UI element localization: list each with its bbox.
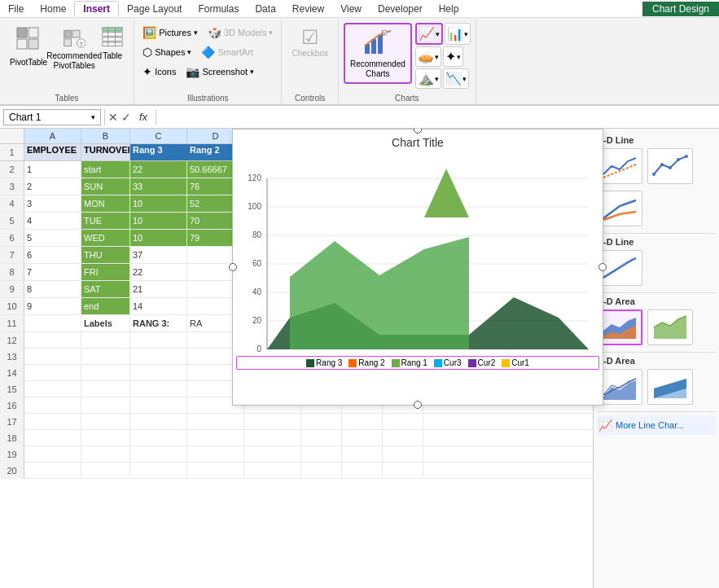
cell-11-A[interactable]	[24, 315, 81, 331]
menu-review[interactable]: Review	[284, 2, 332, 16]
line-chart-button[interactable]: 📈 ▾	[415, 23, 443, 45]
pie-chart-button[interactable]: 🥧 ▾	[415, 46, 441, 67]
cell-5-B[interactable]: TUE	[81, 213, 130, 229]
more-line-charts-link[interactable]: 📈 More Line Char...	[597, 415, 716, 435]
area-2d-btn2[interactable]	[647, 309, 693, 345]
screenshot-button[interactable]: 📷 Screenshot ▾	[182, 64, 257, 80]
models-3d-button[interactable]: 🎲 3D Models ▾	[204, 24, 277, 41]
name-box[interactable]: Chart 1 ▾	[3, 109, 101, 125]
cell-6-B[interactable]: WED	[81, 230, 130, 246]
svg-point-21	[660, 163, 664, 166]
resize-handle-right[interactable]	[598, 263, 607, 271]
formula-input[interactable]	[160, 112, 716, 123]
cell-1-A[interactable]: EMPLOYEE	[24, 144, 81, 160]
menu-chart-design[interactable]: Chart Design	[642, 2, 719, 16]
scatter-chart-dropdown[interactable]: ▾	[457, 53, 461, 61]
menu-developer[interactable]: Developer	[370, 2, 431, 16]
cell-11-B[interactable]: Labels	[81, 315, 130, 331]
cell-3-B[interactable]: SUN	[81, 178, 130, 195]
line-2d-btn2[interactable]	[647, 148, 693, 184]
models-3d-dropdown-icon: ▾	[269, 29, 273, 37]
cell-1-B[interactable]: TURNOVER	[81, 144, 130, 160]
cell-5-A[interactable]: 4	[24, 213, 81, 229]
cell-7-C[interactable]: 37	[130, 247, 187, 263]
menu-data[interactable]: Data	[247, 2, 283, 16]
cell-5-C[interactable]: 10	[130, 213, 187, 229]
svg-text:20: 20	[252, 316, 262, 325]
cell-2-B[interactable]: start	[81, 161, 130, 178]
cell-6-A[interactable]: 5	[24, 230, 81, 246]
cell-8-A[interactable]: 7	[24, 264, 81, 280]
cell-9-B[interactable]: SAT	[81, 281, 130, 297]
svg-point-22	[669, 166, 672, 169]
menu-formulas[interactable]: Formulas	[190, 2, 247, 16]
menu-page-layout[interactable]: Page Layout	[119, 2, 190, 16]
rec-charts-button[interactable]: ? RecommendedCharts	[344, 23, 412, 84]
cell-9-A[interactable]: 8	[24, 281, 81, 297]
area-3d-btn1[interactable]	[597, 369, 642, 405]
name-box-dropdown[interactable]: ▾	[91, 113, 95, 121]
pivot-table-button[interactable]: PivotTable	[5, 23, 52, 70]
col-header-B[interactable]: B	[81, 129, 130, 143]
checkbox-button[interactable]: ☑ Checkbox	[287, 23, 332, 61]
other-chart-dropdown[interactable]: ▾	[463, 75, 467, 83]
cell-3-A[interactable]: 2	[24, 178, 81, 195]
legend-color-rang2	[349, 359, 357, 367]
cell-9-C[interactable]: 21	[130, 281, 187, 297]
cell-1-C[interactable]: Rang 3	[130, 144, 187, 160]
pie-chart-dropdown[interactable]: ▾	[435, 53, 439, 61]
formula-cancel-icon[interactable]: ✕	[108, 111, 118, 124]
pictures-dropdown-icon[interactable]: ▾	[194, 29, 198, 37]
cell-6-C[interactable]: 10	[130, 230, 187, 246]
cell-8-B[interactable]: FRI	[81, 264, 130, 280]
cell-10-B[interactable]: end	[81, 298, 130, 314]
line-2d-btn3[interactable]	[597, 191, 642, 226]
resize-handle-bottom[interactable]	[414, 401, 422, 409]
area-chart-button[interactable]: ⛰️ ▾	[415, 68, 441, 89]
area-2d-btn1[interactable]	[597, 309, 642, 345]
cell-7-A[interactable]: 6	[24, 247, 81, 263]
cell-8-C[interactable]: 22	[130, 264, 187, 280]
col-header-C[interactable]: C	[130, 129, 187, 143]
cell-2-C[interactable]: 22	[130, 161, 187, 178]
legend-color-cur3	[434, 359, 442, 367]
controls-group-label: Controls	[295, 94, 325, 103]
formula-enter-icon[interactable]: ✓	[121, 111, 131, 124]
shapes-dropdown-icon[interactable]: ▾	[187, 48, 191, 56]
line-chart-dropdown[interactable]: ▾	[436, 30, 440, 38]
cell-4-B[interactable]: MON	[81, 195, 130, 212]
resize-handle-left[interactable]	[229, 263, 237, 271]
menu-insert[interactable]: Insert	[74, 1, 119, 17]
col-header-A[interactable]: A	[24, 129, 81, 143]
svg-point-24	[685, 155, 688, 158]
area-3d-btn2[interactable]	[647, 369, 693, 405]
cell-7-B[interactable]: THU	[81, 247, 130, 263]
chart-svg: 0 20 40 60 80 100 120 start SUN MON TUE	[239, 152, 597, 356]
svg-rect-12	[103, 42, 123, 46]
cell-2-A[interactable]: 1	[24, 161, 81, 178]
bar-chart-dropdown[interactable]: ▾	[464, 30, 468, 38]
icons-button[interactable]: ✦ Icons	[139, 64, 179, 80]
cell-10-C[interactable]: 14	[130, 298, 187, 314]
line-2d-btn1[interactable]	[597, 148, 642, 184]
shapes-button[interactable]: ⬡ Shapes ▾	[139, 44, 195, 60]
rec-pivot-button[interactable]: ? RecommendedPivotTables	[54, 23, 94, 74]
screenshot-dropdown-icon[interactable]: ▾	[250, 68, 254, 76]
smartart-button[interactable]: 🔷 SmartArt	[198, 44, 256, 60]
cell-3-C[interactable]: 33	[130, 178, 187, 195]
menu-home[interactable]: Home	[32, 2, 74, 16]
chart-legend: Rang 3 Rang 2 Rang 1 Cur3 Cur2 Cur1	[236, 356, 599, 370]
cell-10-A[interactable]: 9	[24, 298, 81, 314]
scatter-chart-button[interactable]: ✦ ▾	[443, 46, 463, 67]
table-button[interactable]: Table	[96, 23, 129, 64]
cell-4-A[interactable]: 3	[24, 195, 81, 212]
cell-11-C[interactable]: RANG 3:	[130, 315, 187, 331]
menu-file[interactable]: File	[0, 2, 32, 16]
other-chart-button[interactable]: 📉 ▾	[443, 68, 469, 89]
pictures-button[interactable]: 🖼️ Pictures ▾	[139, 24, 201, 41]
cell-4-C[interactable]: 10	[130, 195, 187, 212]
menu-view[interactable]: View	[332, 2, 370, 16]
bar-chart-button[interactable]: 📊 ▾	[445, 23, 471, 45]
menu-help[interactable]: Help	[431, 2, 467, 16]
area-chart-dropdown[interactable]: ▾	[435, 75, 439, 83]
